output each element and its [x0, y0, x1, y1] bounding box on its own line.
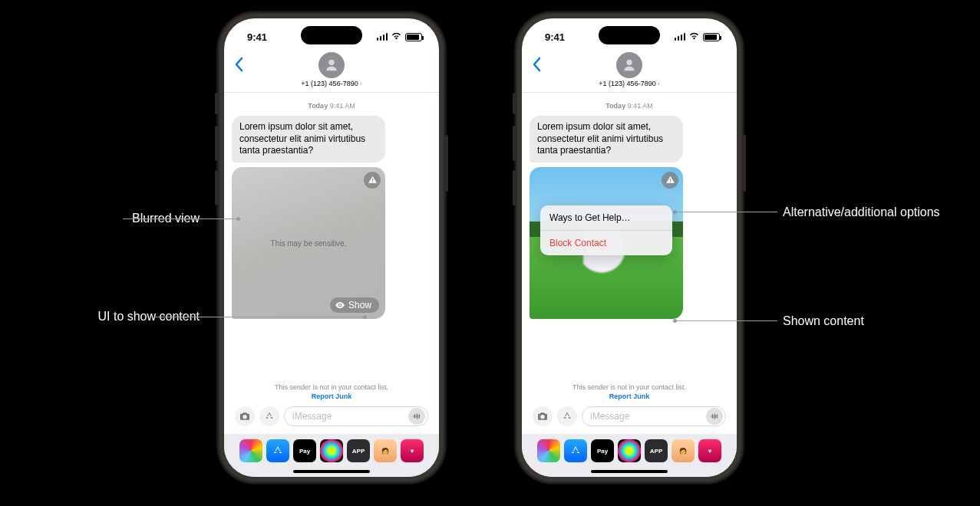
- leader-line: [153, 317, 365, 317]
- memoji-icon[interactable]: 🧑: [374, 439, 397, 462]
- warning-icon[interactable]: [662, 172, 678, 189]
- sensitive-media-revealed[interactable]: Ways to Get Help… Block Contact: [530, 167, 683, 319]
- status-time: 9:41: [247, 31, 267, 43]
- svg-rect-0: [371, 179, 372, 181]
- screen-left: 9:41 +1 (123) 456-7890› Today 9:41 AM Lo…: [224, 18, 439, 477]
- back-button[interactable]: [233, 57, 244, 74]
- waveform-icon: [710, 412, 719, 421]
- conversation-header: +1 (123) 456-7890›: [522, 52, 737, 93]
- contact-name-button[interactable]: +1 (123) 456-7890›: [224, 80, 439, 87]
- apps-button[interactable]: [557, 406, 577, 426]
- contact-avatar[interactable]: [318, 52, 345, 78]
- wifi-icon: [688, 31, 700, 43]
- message-placeholder: iMessage: [292, 411, 332, 422]
- message-input[interactable]: iMessage: [582, 406, 726, 426]
- report-junk-link[interactable]: Report Junk: [530, 393, 729, 400]
- camera-button[interactable]: [235, 406, 255, 426]
- conversation-footer: This sender is not in your contact list.…: [522, 383, 737, 434]
- svg-point-2: [339, 304, 341, 306]
- home-indicator[interactable]: [591, 470, 668, 473]
- apple-pay-icon[interactable]: Pay: [293, 439, 316, 462]
- cell-signal-icon: [675, 33, 686, 41]
- camera-icon: [239, 410, 251, 422]
- svg-rect-3: [669, 179, 670, 181]
- status-time: 9:41: [545, 31, 565, 43]
- digital-touch-icon[interactable]: ♥: [401, 439, 424, 462]
- sensitive-label: This may be sensitive.: [271, 238, 347, 247]
- phone-mockup-left: 9:41 +1 (123) 456-7890› Today 9:41 AM Lo…: [218, 12, 445, 483]
- home-indicator[interactable]: [293, 470, 370, 473]
- screen-right: 9:41 +1 (123) 456-7890› Today 9:41 AM Lo…: [522, 18, 737, 477]
- message-timestamp: Today 9:41 AM: [232, 102, 431, 110]
- warning-icon[interactable]: [364, 172, 381, 189]
- generic-app-icon[interactable]: APP: [347, 439, 370, 462]
- contact-name-button[interactable]: +1 (123) 456-7890›: [522, 80, 737, 87]
- cell-signal-icon: [377, 33, 388, 41]
- battery-icon: [703, 33, 720, 41]
- leader-line: [675, 212, 777, 212]
- block-contact-option[interactable]: Block Contact: [540, 231, 672, 255]
- dynamic-island: [301, 26, 362, 44]
- app-store-icon[interactable]: [564, 439, 587, 462]
- unknown-sender-note: This sender is not in your contact list.: [530, 383, 729, 391]
- leader-line: [123, 219, 238, 219]
- photos-app-icon[interactable]: [239, 439, 262, 462]
- fitness-icon[interactable]: [618, 439, 641, 462]
- photos-app-icon[interactable]: [537, 439, 560, 462]
- generic-app-icon[interactable]: APP: [645, 439, 668, 462]
- leader-line: [675, 320, 777, 321]
- fitness-icon[interactable]: [320, 439, 343, 462]
- camera-button[interactable]: [533, 406, 553, 426]
- conversation-body: Today 9:41 AM Lorem ipsum dolor sit amet…: [224, 93, 439, 383]
- back-button[interactable]: [531, 57, 542, 74]
- app-store-icon: [561, 410, 573, 422]
- callout-alt-options: Alternative/additional options: [783, 204, 980, 221]
- waveform-icon: [412, 412, 421, 421]
- incoming-text-message[interactable]: Lorem ipsum dolor sit amet, consectetur …: [232, 116, 385, 163]
- chevron-right-icon: ›: [658, 80, 660, 87]
- memoji-icon[interactable]: 🧑: [671, 439, 695, 462]
- conversation-footer: This sender is not in your contact list.…: [224, 383, 439, 434]
- dictation-button[interactable]: [408, 408, 425, 425]
- incoming-text-message[interactable]: Lorem ipsum dolor sit amet, consectetur …: [530, 116, 683, 163]
- report-junk-link[interactable]: Report Junk: [232, 393, 431, 400]
- apps-button[interactable]: [259, 406, 279, 426]
- unknown-sender-note: This sender is not in your contact list.: [232, 383, 431, 391]
- app-store-icon[interactable]: [266, 439, 289, 462]
- svg-rect-4: [669, 182, 670, 182]
- phone-mockup-right: 9:41 +1 (123) 456-7890› Today 9:41 AM Lo…: [516, 12, 743, 483]
- battery-icon: [405, 33, 422, 41]
- digital-touch-icon[interactable]: ♥: [698, 439, 721, 462]
- chevron-right-icon: ›: [360, 80, 362, 87]
- conversation-header: +1 (123) 456-7890›: [224, 52, 439, 93]
- message-input[interactable]: iMessage: [284, 406, 428, 426]
- contact-avatar[interactable]: [616, 52, 642, 78]
- eye-icon: [335, 300, 345, 310]
- message-timestamp: Today 9:41 AM: [530, 102, 729, 110]
- svg-rect-1: [371, 182, 372, 182]
- options-popover: Ways to Get Help… Block Contact: [540, 205, 672, 255]
- app-store-icon: [263, 410, 276, 422]
- help-option[interactable]: Ways to Get Help…: [540, 205, 672, 231]
- dynamic-island: [599, 26, 660, 44]
- show-button[interactable]: Show: [330, 297, 379, 313]
- message-placeholder: iMessage: [590, 411, 629, 422]
- dictation-button[interactable]: [706, 408, 723, 425]
- sensitive-media-blurred[interactable]: This may be sensitive. Show: [232, 167, 385, 319]
- apple-pay-icon[interactable]: Pay: [591, 439, 614, 462]
- callout-shown-content: Shown content: [783, 313, 980, 330]
- wifi-icon: [391, 31, 402, 43]
- camera-icon: [536, 410, 549, 422]
- conversation-body: Today 9:41 AM Lorem ipsum dolor sit amet…: [522, 93, 737, 383]
